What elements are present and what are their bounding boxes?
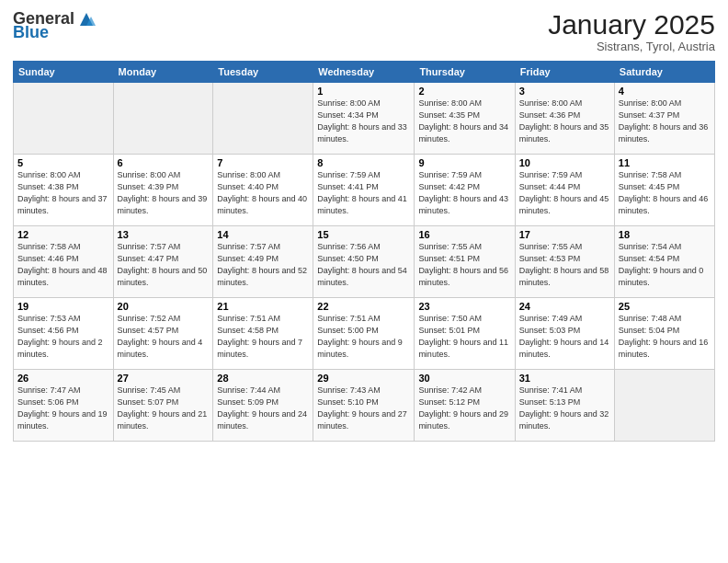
- day-info: Sunrise: 7:50 AMSunset: 5:01 PMDaylight:…: [418, 313, 510, 361]
- day-number: 9: [418, 157, 510, 168]
- week-row-4: 19Sunrise: 7:53 AMSunset: 4:56 PMDayligh…: [14, 298, 715, 370]
- day-info: Sunrise: 7:42 AMSunset: 5:12 PMDaylight:…: [418, 385, 510, 432]
- day-number: 14: [217, 229, 309, 240]
- day-number: 13: [118, 229, 210, 240]
- day-cell: 27Sunrise: 7:45 AMSunset: 5:07 PMDayligh…: [113, 370, 213, 442]
- day-cell: 8Sunrise: 7:59 AMSunset: 4:41 PMDaylight…: [313, 155, 415, 226]
- day-cell: 22Sunrise: 7:51 AMSunset: 5:00 PMDayligh…: [313, 298, 415, 370]
- day-info: Sunrise: 8:00 AMSunset: 4:37 PMDaylight:…: [619, 98, 711, 145]
- day-info: Sunrise: 7:49 AMSunset: 5:03 PMDaylight:…: [519, 313, 610, 361]
- day-info: Sunrise: 7:51 AMSunset: 5:00 PMDaylight:…: [317, 313, 410, 361]
- day-cell: 30Sunrise: 7:42 AMSunset: 5:12 PMDayligh…: [415, 370, 515, 442]
- day-info: Sunrise: 7:57 AMSunset: 4:47 PMDaylight:…: [118, 241, 210, 289]
- day-info: Sunrise: 7:43 AMSunset: 5:10 PMDaylight:…: [317, 385, 410, 432]
- day-info: Sunrise: 7:59 AMSunset: 4:42 PMDaylight:…: [418, 169, 510, 217]
- header-row: Sunday Monday Tuesday Wednesday Thursday…: [14, 62, 715, 83]
- day-cell: 26Sunrise: 7:47 AMSunset: 5:06 PMDayligh…: [14, 370, 114, 442]
- day-cell: 31Sunrise: 7:41 AMSunset: 5:13 PMDayligh…: [515, 370, 614, 442]
- col-thursday: Thursday: [415, 62, 515, 83]
- day-number: 20: [118, 301, 210, 312]
- day-info: Sunrise: 7:55 AMSunset: 4:51 PMDaylight:…: [418, 241, 510, 289]
- day-info: Sunrise: 8:00 AMSunset: 4:40 PMDaylight:…: [217, 169, 309, 217]
- day-cell: 12Sunrise: 7:58 AMSunset: 4:46 PMDayligh…: [14, 226, 114, 298]
- day-number: 22: [317, 301, 410, 312]
- day-cell: 10Sunrise: 7:59 AMSunset: 4:44 PMDayligh…: [515, 155, 614, 226]
- day-info: Sunrise: 7:44 AMSunset: 5:09 PMDaylight:…: [217, 385, 309, 432]
- day-cell: 16Sunrise: 7:55 AMSunset: 4:51 PMDayligh…: [415, 226, 515, 298]
- day-number: 31: [519, 373, 610, 384]
- week-row-1: 1Sunrise: 8:00 AMSunset: 4:34 PMDaylight…: [14, 83, 715, 155]
- day-cell: 20Sunrise: 7:52 AMSunset: 4:57 PMDayligh…: [113, 298, 213, 370]
- day-info: Sunrise: 7:54 AMSunset: 4:54 PMDaylight:…: [619, 241, 711, 289]
- week-row-2: 5Sunrise: 8:00 AMSunset: 4:38 PMDaylight…: [14, 155, 715, 226]
- day-cell: [213, 83, 313, 155]
- day-cell: [113, 83, 213, 155]
- week-row-5: 26Sunrise: 7:47 AMSunset: 5:06 PMDayligh…: [14, 370, 715, 442]
- day-info: Sunrise: 7:53 AMSunset: 4:56 PMDaylight:…: [17, 313, 109, 361]
- logo-icon: [76, 9, 97, 29]
- logo: General Blue: [13, 9, 97, 40]
- day-number: 21: [217, 301, 309, 312]
- week-row-3: 12Sunrise: 7:58 AMSunset: 4:46 PMDayligh…: [14, 226, 715, 298]
- day-cell: 23Sunrise: 7:50 AMSunset: 5:01 PMDayligh…: [415, 298, 515, 370]
- location: Sistrans, Tyrol, Austria: [548, 40, 715, 53]
- day-cell: 15Sunrise: 7:56 AMSunset: 4:50 PMDayligh…: [313, 226, 415, 298]
- day-cell: 7Sunrise: 8:00 AMSunset: 4:40 PMDaylight…: [213, 155, 313, 226]
- day-number: 24: [519, 301, 610, 312]
- day-cell: 5Sunrise: 8:00 AMSunset: 4:38 PMDaylight…: [14, 155, 114, 226]
- day-info: Sunrise: 7:57 AMSunset: 4:49 PMDaylight:…: [217, 241, 309, 289]
- day-number: 7: [217, 157, 309, 168]
- day-number: 2: [418, 86, 510, 97]
- day-cell: 21Sunrise: 7:51 AMSunset: 4:58 PMDayligh…: [213, 298, 313, 370]
- day-cell: 4Sunrise: 8:00 AMSunset: 4:37 PMDaylight…: [614, 83, 714, 155]
- day-cell: 29Sunrise: 7:43 AMSunset: 5:10 PMDayligh…: [313, 370, 415, 442]
- day-info: Sunrise: 8:00 AMSunset: 4:38 PMDaylight:…: [17, 169, 109, 217]
- day-info: Sunrise: 8:00 AMSunset: 4:34 PMDaylight:…: [317, 98, 410, 145]
- day-cell: [614, 370, 714, 442]
- day-info: Sunrise: 7:55 AMSunset: 4:53 PMDaylight:…: [519, 241, 610, 289]
- day-info: Sunrise: 7:52 AMSunset: 4:57 PMDaylight:…: [118, 313, 210, 361]
- day-number: 27: [118, 373, 210, 384]
- day-cell: 13Sunrise: 7:57 AMSunset: 4:47 PMDayligh…: [113, 226, 213, 298]
- day-number: 16: [418, 229, 510, 240]
- day-info: Sunrise: 7:58 AMSunset: 4:45 PMDaylight:…: [619, 169, 711, 217]
- day-info: Sunrise: 7:56 AMSunset: 4:50 PMDaylight:…: [317, 241, 410, 289]
- day-cell: 17Sunrise: 7:55 AMSunset: 4:53 PMDayligh…: [515, 226, 614, 298]
- day-info: Sunrise: 7:47 AMSunset: 5:06 PMDaylight:…: [17, 385, 109, 432]
- calendar: Sunday Monday Tuesday Wednesday Thursday…: [13, 61, 715, 442]
- day-number: 8: [317, 157, 410, 168]
- day-info: Sunrise: 7:45 AMSunset: 5:07 PMDaylight:…: [118, 385, 210, 432]
- day-info: Sunrise: 7:58 AMSunset: 4:46 PMDaylight:…: [17, 241, 109, 289]
- col-sunday: Sunday: [14, 62, 114, 83]
- day-cell: [14, 83, 114, 155]
- day-number: 29: [317, 373, 410, 384]
- day-number: 12: [17, 229, 109, 240]
- col-tuesday: Tuesday: [213, 62, 313, 83]
- title-block: January 2025 Sistrans, Tyrol, Austria: [548, 9, 715, 53]
- day-number: 4: [619, 86, 711, 97]
- day-number: 23: [418, 301, 510, 312]
- col-friday: Friday: [515, 62, 614, 83]
- day-number: 26: [17, 373, 109, 384]
- day-info: Sunrise: 7:41 AMSunset: 5:13 PMDaylight:…: [519, 385, 610, 432]
- day-info: Sunrise: 8:00 AMSunset: 4:39 PMDaylight:…: [118, 169, 210, 217]
- day-number: 19: [17, 301, 109, 312]
- day-info: Sunrise: 7:48 AMSunset: 5:04 PMDaylight:…: [619, 313, 711, 361]
- day-info: Sunrise: 8:00 AMSunset: 4:36 PMDaylight:…: [519, 98, 610, 145]
- col-monday: Monday: [113, 62, 213, 83]
- day-cell: 1Sunrise: 8:00 AMSunset: 4:34 PMDaylight…: [313, 83, 415, 155]
- day-number: 1: [317, 86, 410, 97]
- day-number: 5: [17, 157, 109, 168]
- day-cell: 24Sunrise: 7:49 AMSunset: 5:03 PMDayligh…: [515, 298, 614, 370]
- day-info: Sunrise: 7:59 AMSunset: 4:41 PMDaylight:…: [317, 169, 410, 217]
- day-number: 11: [619, 157, 711, 168]
- day-cell: 9Sunrise: 7:59 AMSunset: 4:42 PMDaylight…: [415, 155, 515, 226]
- col-wednesday: Wednesday: [313, 62, 415, 83]
- logo-blue-text: Blue: [13, 24, 49, 40]
- header: General Blue January 2025 Sistrans, Tyro…: [13, 9, 715, 53]
- day-cell: 11Sunrise: 7:58 AMSunset: 4:45 PMDayligh…: [614, 155, 714, 226]
- calendar-body: 1Sunrise: 8:00 AMSunset: 4:34 PMDaylight…: [14, 83, 715, 442]
- page: General Blue January 2025 Sistrans, Tyro…: [0, 0, 728, 563]
- calendar-header: Sunday Monday Tuesday Wednesday Thursday…: [14, 62, 715, 83]
- day-number: 15: [317, 229, 410, 240]
